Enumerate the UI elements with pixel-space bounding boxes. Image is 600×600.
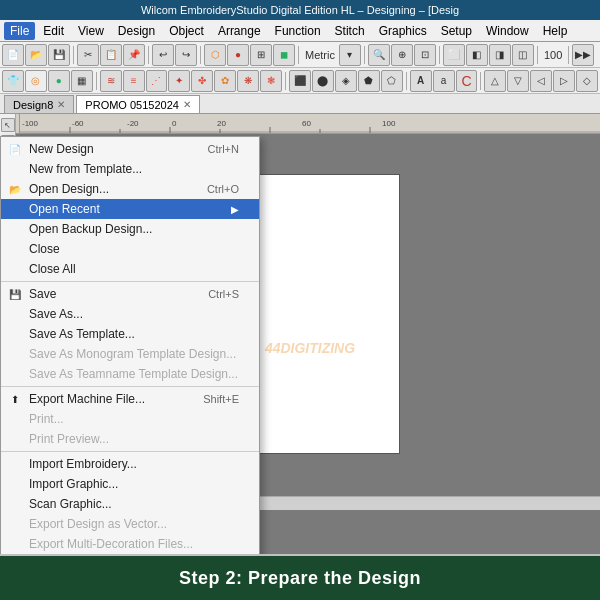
new-template-label: New from Template... <box>29 162 142 176</box>
palette-icon[interactable]: ◼ <box>273 44 295 66</box>
tool3-icon[interactable]: ◈ <box>335 70 357 92</box>
letter2-icon[interactable]: a <box>433 70 455 92</box>
sep-3 <box>1 451 259 452</box>
stitch4-icon[interactable]: ✦ <box>168 70 190 92</box>
menu-import-embroidery[interactable]: Import Embroidery... <box>1 454 259 474</box>
stitch6-icon[interactable]: ✿ <box>214 70 236 92</box>
menu-new-design[interactable]: 📄 New Design Ctrl+N <box>1 139 259 159</box>
shape1-icon[interactable]: △ <box>484 70 506 92</box>
save-shortcut: Ctrl+S <box>208 288 239 300</box>
open-recent-icon <box>7 201 23 217</box>
shape5-icon[interactable]: ◇ <box>576 70 598 92</box>
menu-scan-graphic[interactable]: Scan Graphic... <box>1 494 259 514</box>
stitch8-icon[interactable]: ❃ <box>260 70 282 92</box>
shape2-icon[interactable]: ▽ <box>507 70 529 92</box>
stitch7-icon[interactable]: ❋ <box>237 70 259 92</box>
menu-view[interactable]: View <box>72 22 110 40</box>
open-button[interactable]: 📂 <box>25 44 47 66</box>
menu-design[interactable]: Design <box>112 22 161 40</box>
tool1-icon[interactable]: ⬛ <box>289 70 311 92</box>
import-embroidery-icon <box>7 456 23 472</box>
view3-button[interactable]: ◨ <box>489 44 511 66</box>
tool4-icon[interactable]: ⬟ <box>358 70 380 92</box>
menu-close[interactable]: Close <box>1 239 259 259</box>
menu-save-monogram: Save As Monogram Template Design... <box>1 344 259 364</box>
stitch1-icon[interactable]: ≋ <box>100 70 122 92</box>
view4-button[interactable]: ◫ <box>512 44 534 66</box>
symbol1-icon[interactable]: C <box>456 70 478 92</box>
stitch2-icon[interactable]: ≡ <box>123 70 145 92</box>
tool2-icon[interactable]: ⬤ <box>312 70 334 92</box>
menu-save[interactable]: 💾 Save Ctrl+S <box>1 284 259 304</box>
svg-text:-20: -20 <box>127 119 139 128</box>
zoom-fit-button[interactable]: ⊡ <box>414 44 436 66</box>
tab-design8-close[interactable]: ✕ <box>57 99 65 110</box>
svg-text:-100: -100 <box>22 119 39 128</box>
export-machine-label: Export Machine File... <box>29 392 145 406</box>
menu-help[interactable]: Help <box>537 22 574 40</box>
open-design-icon: 📂 <box>7 181 23 197</box>
zoom-in-button[interactable]: ⊕ <box>391 44 413 66</box>
menu-stitch[interactable]: Stitch <box>329 22 371 40</box>
stitch3-icon[interactable]: ⋰ <box>146 70 168 92</box>
tab-promo[interactable]: PROMO 05152024 ✕ <box>76 95 200 113</box>
stitch5-icon[interactable]: ✤ <box>191 70 213 92</box>
step-text: Step 2: Prepare the Design <box>179 568 421 589</box>
cut-button[interactable]: ✂ <box>77 44 99 66</box>
scan-graphic-icon <box>7 496 23 512</box>
menu-close-all[interactable]: Close All <box>1 259 259 279</box>
letter1-icon[interactable]: A <box>410 70 432 92</box>
menu-open-design[interactable]: 📂 Open Design... Ctrl+O <box>1 179 259 199</box>
hoop-icon[interactable]: ⬡ <box>204 44 226 66</box>
menu-window[interactable]: Window <box>480 22 535 40</box>
sep-1 <box>1 281 259 282</box>
color-icon[interactable]: ● <box>227 44 249 66</box>
menu-edit[interactable]: Edit <box>37 22 70 40</box>
menu-import-graphic[interactable]: Import Graphic... <box>1 474 259 494</box>
menu-object[interactable]: Object <box>163 22 210 40</box>
open-design-label: Open Design... <box>29 182 109 196</box>
menu-arrange[interactable]: Arrange <box>212 22 267 40</box>
menu-save-as-template[interactable]: Save As Template... <box>1 324 259 344</box>
new-button[interactable]: 📄 <box>2 44 24 66</box>
shape4-icon[interactable]: ▷ <box>553 70 575 92</box>
menu-function[interactable]: Function <box>269 22 327 40</box>
menu-export-machine[interactable]: ⬆ Export Machine File... Shift+E <box>1 389 259 409</box>
shape3-icon[interactable]: ◁ <box>530 70 552 92</box>
tab-promo-close[interactable]: ✕ <box>183 99 191 110</box>
menu-setup[interactable]: Setup <box>435 22 478 40</box>
tab-design8[interactable]: Design8 ✕ <box>4 95 74 113</box>
view1-button[interactable]: ⬜ <box>443 44 465 66</box>
tool5-icon[interactable]: ⬠ <box>381 70 403 92</box>
grid2-icon[interactable]: ▦ <box>71 70 93 92</box>
menu-graphics[interactable]: Graphics <box>373 22 433 40</box>
zoom-out-button[interactable]: 🔍 <box>368 44 390 66</box>
shirt-icon[interactable]: 👕 <box>2 70 24 92</box>
sep6 <box>439 46 440 64</box>
sidebar-select-icon[interactable]: ↖ <box>1 118 15 132</box>
grid-icon[interactable]: ⊞ <box>250 44 272 66</box>
save-monogram-label: Save As Monogram Template Design... <box>29 347 236 361</box>
copy-button[interactable]: 📋 <box>100 44 122 66</box>
open-backup-icon <box>7 221 23 237</box>
green-circle-icon[interactable]: ● <box>48 70 70 92</box>
menu-save-as[interactable]: Save As... <box>1 304 259 324</box>
nav-right-icon[interactable]: ▶▶ <box>572 44 594 66</box>
undo-button[interactable]: ↩ <box>152 44 174 66</box>
save-button[interactable]: 💾 <box>48 44 70 66</box>
redo-button[interactable]: ↪ <box>175 44 197 66</box>
dropdown-arrow[interactable]: ▾ <box>339 44 361 66</box>
tabs-row: Design8 ✕ PROMO 05152024 ✕ <box>0 94 600 114</box>
menu-open-recent[interactable]: Open Recent ▶ <box>1 199 259 219</box>
menu-new-template[interactable]: New from Template... <box>1 159 259 179</box>
paste-button[interactable]: 📌 <box>123 44 145 66</box>
menu-open-backup[interactable]: Open Backup Design... <box>1 219 259 239</box>
metric-label: Metric <box>302 49 338 61</box>
menu-file[interactable]: File <box>4 22 35 40</box>
view2-button[interactable]: ◧ <box>466 44 488 66</box>
menu-export-vector: Export Design as Vector... <box>1 514 259 534</box>
menu-print-preview: Print Preview... <box>1 429 259 449</box>
title-bar: Wilcom EmbroideryStudio Digital Edition … <box>0 0 600 20</box>
print-preview-label: Print Preview... <box>29 432 109 446</box>
hoop2-icon[interactable]: ◎ <box>25 70 47 92</box>
